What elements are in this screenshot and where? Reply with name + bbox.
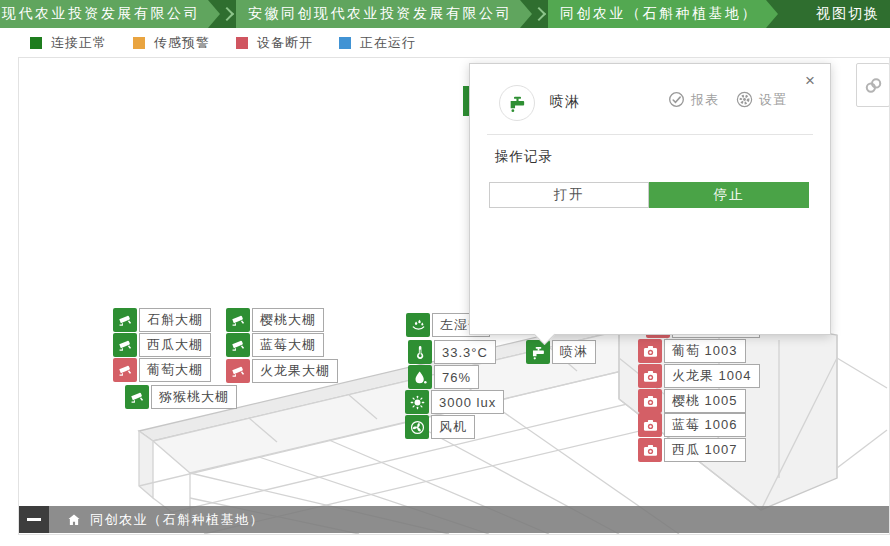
camera-label: 西瓜 1007 xyxy=(664,438,746,462)
collapse-button[interactable] xyxy=(19,506,49,533)
legend-item-disconnected: 设备断开 xyxy=(236,34,313,52)
close-icon[interactable]: × xyxy=(803,70,817,91)
greenhouse-camera-tag[interactable]: 蓝莓大棚 xyxy=(226,333,324,357)
home-button[interactable] xyxy=(66,512,82,528)
settings-button-label: 设置 xyxy=(759,91,787,109)
greenhouse-camera-tag[interactable]: 石斛大棚 xyxy=(113,308,211,332)
report-button[interactable]: 报表 xyxy=(667,90,719,109)
humidity-tag[interactable]: 76% xyxy=(408,365,479,389)
greenhouse-label: 火龙果大棚 xyxy=(252,359,338,383)
spray-tag[interactable]: 喷淋 xyxy=(526,340,596,364)
device-popup: 喷淋 报表 设置 × 操作记录 打开 停止 xyxy=(469,63,831,335)
brightness-icon xyxy=(405,390,429,414)
greenhouse-label: 西瓜大棚 xyxy=(139,333,211,357)
photo-camera-icon xyxy=(638,438,662,462)
breadcrumb-item-company-1[interactable]: 现代农业投资发展有限公司 xyxy=(0,0,220,28)
photo-camera-tag[interactable]: 葡萄 1003 xyxy=(638,339,746,363)
photo-camera-icon xyxy=(638,364,662,388)
greenhouse-label: 猕猴桃大棚 xyxy=(151,385,237,409)
cctv-camera-icon xyxy=(226,333,250,357)
photo-camera-tag[interactable]: 火龙果 1004 xyxy=(638,364,760,388)
photo-camera-tag[interactable]: 蓝莓 1006 xyxy=(638,413,746,437)
cctv-camera-icon xyxy=(113,308,137,332)
chevron-right-icon xyxy=(220,7,234,21)
legend-item-sensor-warning: 传感预警 xyxy=(133,34,210,52)
open-button[interactable]: 打开 xyxy=(489,182,649,208)
greenhouse-label: 蓝莓大棚 xyxy=(252,333,324,357)
device-avatar xyxy=(499,85,535,121)
popup-divider xyxy=(487,134,813,135)
greenhouse-camera-tag[interactable]: 猕猴桃大棚 xyxy=(125,385,237,409)
cctv-camera-icon xyxy=(125,385,149,409)
home-icon xyxy=(66,512,82,528)
status-square-green xyxy=(30,37,42,49)
legend-label: 连接正常 xyxy=(51,34,107,52)
cctv-camera-icon xyxy=(113,358,137,382)
cctv-camera-icon xyxy=(113,333,137,357)
operation-log-title: 操作记录 xyxy=(495,148,553,166)
photo-camera-tag[interactable]: 樱桃 1005 xyxy=(638,389,746,413)
scene-3d-view[interactable]: 石斛大棚 西瓜大棚 葡萄大棚 猕猴桃大棚 樱桃大棚 蓝莓大棚 火龙果大棚 左湿帘… xyxy=(18,57,890,535)
breadcrumb: 现代农业投资发展有限公司 安徽同创现代农业投资发展有限公司 同创农业（石斛种植基… xyxy=(0,0,890,28)
greenhouse-camera-tag[interactable]: 西瓜大棚 xyxy=(113,333,211,357)
breadcrumb-item-base[interactable]: 同创农业（石斛种植基地） xyxy=(548,0,778,28)
temperature-tag[interactable]: 33.3°C xyxy=(408,340,496,364)
popup-title: 喷淋 xyxy=(550,93,580,111)
greenhouse-label: 石斛大棚 xyxy=(139,308,211,332)
camera-label: 樱桃 1005 xyxy=(664,389,746,413)
chevron-right-icon xyxy=(532,7,546,21)
status-square-orange xyxy=(133,37,145,49)
status-square-blue xyxy=(339,37,351,49)
report-button-label: 报表 xyxy=(691,91,719,109)
gear-icon xyxy=(735,90,754,109)
legend-item-running: 正在运行 xyxy=(339,34,416,52)
camera-label: 火龙果 1004 xyxy=(664,364,760,388)
water-drop-icon xyxy=(408,365,432,389)
legend-label: 传感预警 xyxy=(154,34,210,52)
sensor-value: 风机 xyxy=(431,415,475,439)
check-circle-icon xyxy=(667,90,686,109)
photo-camera-tag[interactable]: 西瓜 1007 xyxy=(638,438,746,462)
minus-icon xyxy=(27,518,41,521)
legend-label: 正在运行 xyxy=(360,34,416,52)
thermometer-icon xyxy=(408,340,432,364)
photo-camera-icon xyxy=(638,339,662,363)
status-square-red xyxy=(236,37,248,49)
sensor-value: 33.3°C xyxy=(434,340,496,364)
cctv-camera-icon xyxy=(226,359,250,383)
bottom-bar: 同创农业（石斛种植基地） xyxy=(19,506,889,533)
photo-camera-icon xyxy=(638,389,662,413)
light-tag[interactable]: 3000 lux xyxy=(405,390,504,414)
camera-label: 蓝莓 1006 xyxy=(664,413,746,437)
camera-label: 葡萄 1003 xyxy=(664,339,746,363)
sensor-value: 3000 lux xyxy=(431,390,504,414)
wet-curtain-icon xyxy=(406,313,430,337)
photo-camera-icon xyxy=(638,413,662,437)
faucet-icon xyxy=(526,340,550,364)
sensor-value: 76% xyxy=(434,365,479,389)
greenhouse-camera-tag[interactable]: 樱桃大棚 xyxy=(226,308,324,332)
sensor-value: 喷淋 xyxy=(552,340,596,364)
legend-item-connected: 连接正常 xyxy=(30,34,107,52)
faucet-icon xyxy=(507,93,528,114)
link-icon xyxy=(863,75,884,96)
view-switch-button[interactable]: 视图切换 xyxy=(816,5,890,23)
stop-button[interactable]: 停止 xyxy=(649,182,809,208)
bottom-bar-title: 同创农业（石斛种植基地） xyxy=(90,511,264,529)
greenhouse-camera-tag[interactable]: 葡萄大棚 xyxy=(113,358,211,382)
greenhouse-label: 葡萄大棚 xyxy=(139,358,211,382)
greenhouse-camera-tag[interactable]: 火龙果大棚 xyxy=(226,359,338,383)
legend-label: 设备断开 xyxy=(257,34,313,52)
cctv-camera-icon xyxy=(226,308,250,332)
breadcrumb-item-company-2[interactable]: 安徽同创现代农业投资发展有限公司 xyxy=(236,0,532,28)
greenhouse-label: 樱桃大棚 xyxy=(252,308,324,332)
status-legend: 连接正常 传感预警 设备断开 正在运行 xyxy=(0,28,890,57)
settings-button[interactable]: 设置 xyxy=(735,90,787,109)
fan-tag[interactable]: 风机 xyxy=(405,415,475,439)
link-button[interactable] xyxy=(856,63,890,107)
fan-icon xyxy=(405,415,429,439)
